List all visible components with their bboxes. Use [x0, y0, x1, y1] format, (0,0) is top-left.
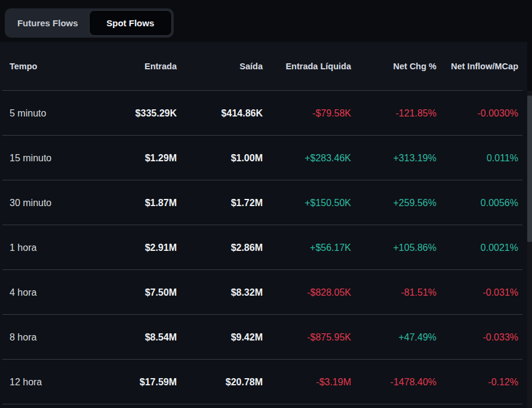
- cell-entrada: $1.87M: [93, 198, 177, 208]
- cell-entrada: $335.29K: [93, 108, 177, 119]
- table-row-12-hora: 12 hora $17.59M $20.78M -$3.19M -1478.40…: [0, 360, 527, 404]
- cell-net-chg: -121.85%: [351, 108, 436, 119]
- spot-flows-table: Tempo Entrada Saída Entrada Líquida Net …: [0, 42, 527, 408]
- cell-net-chg: +105.86%: [351, 243, 436, 253]
- column-header-saida[interactable]: Saída: [177, 62, 263, 71]
- table-row-1-hora: 1 hora $2.91M $2.86M +$56.17K +105.86% 0…: [0, 225, 527, 270]
- cell-tempo: 30 minuto: [10, 198, 93, 208]
- cell-entrada: $2.91M: [93, 243, 177, 253]
- cell-entrada: $1.29M: [93, 153, 177, 164]
- cell-net-chg: -1478.40%: [351, 377, 436, 388]
- column-header-net-chg[interactable]: Net Chg %: [351, 62, 436, 71]
- cell-net-inflow-mcap: -0.0030%: [436, 108, 518, 119]
- table-row-30-minuto: 30 minuto $1.87M $1.72M +$150.50K +259.5…: [0, 180, 527, 225]
- cell-net-chg: +47.49%: [351, 332, 436, 343]
- cell-entrada: $7.50M: [93, 287, 177, 298]
- cell-entrada-liquida: +$56.17K: [263, 243, 351, 253]
- cell-saida: $8.32M: [177, 287, 263, 298]
- cell-entrada: $17.59M: [93, 377, 177, 388]
- cell-entrada: $8.54M: [93, 332, 177, 343]
- cell-saida: $1.00M: [177, 153, 263, 164]
- cell-tempo: 4 hora: [10, 287, 93, 298]
- cell-entrada-liquida: -$79.58K: [263, 108, 351, 119]
- cell-saida: $1.72M: [177, 198, 263, 208]
- cell-saida: $9.42M: [177, 332, 263, 343]
- column-header-entrada[interactable]: Entrada: [93, 62, 177, 71]
- cell-tempo: 5 minuto: [10, 108, 93, 119]
- column-header-entrada-liquida[interactable]: Entrada Líquida: [263, 62, 351, 71]
- table-header-row: Tempo Entrada Saída Entrada Líquida Net …: [0, 42, 527, 91]
- column-header-net-inflow-mcap[interactable]: Net Inflow/MCap: [436, 62, 518, 71]
- cell-net-inflow-mcap: 0.0021%: [436, 243, 518, 253]
- scrollbar-thumb[interactable]: [527, 96, 532, 242]
- cell-net-inflow-mcap: -0.033%: [436, 332, 518, 343]
- tab-spot-flows[interactable]: Spot Flows: [89, 10, 173, 36]
- cell-net-chg: -81.51%: [351, 287, 436, 298]
- cell-net-inflow-mcap: -0.031%: [436, 287, 518, 298]
- flows-tabbar: Futures Flows Spot Flows: [5, 8, 174, 38]
- tab-futures-flows[interactable]: Futures Flows: [7, 10, 89, 36]
- cell-tempo: 1 hora: [10, 243, 93, 253]
- cell-net-chg: +313.19%: [351, 153, 436, 164]
- cell-entrada-liquida: +$283.46K: [263, 153, 351, 164]
- cell-tempo: 8 hora: [10, 332, 93, 343]
- cell-saida: $20.78M: [177, 377, 263, 388]
- scrollbar: [527, 42, 532, 408]
- column-header-tempo[interactable]: Tempo: [10, 62, 93, 71]
- cell-entrada-liquida: -$3.19M: [263, 377, 351, 388]
- table-row-15-minuto: 15 minuto $1.29M $1.00M +$283.46K +313.1…: [0, 136, 527, 180]
- cell-tempo: 15 minuto: [10, 153, 93, 164]
- cell-entrada-liquida: -$875.95K: [263, 332, 351, 343]
- table-row-8-hora: 8 hora $8.54M $9.42M -$875.95K +47.49% -…: [0, 315, 527, 360]
- cell-tempo: 12 hora: [10, 377, 93, 388]
- cell-net-chg: +259.56%: [351, 198, 436, 208]
- cell-net-inflow-mcap: -0.12%: [436, 377, 518, 388]
- cell-saida: $414.86K: [177, 108, 263, 119]
- table-row-4-hora: 4 hora $7.50M $8.32M -$828.05K -81.51% -…: [0, 270, 527, 315]
- cell-net-inflow-mcap: 0.011%: [436, 153, 518, 164]
- cell-net-inflow-mcap: 0.0056%: [436, 198, 518, 208]
- cell-entrada-liquida: -$828.05K: [263, 287, 351, 298]
- cell-entrada-liquida: +$150.50K: [263, 198, 351, 208]
- cell-saida: $2.86M: [177, 243, 263, 253]
- table-row-5-minuto: 5 minuto $335.29K $414.86K -$79.58K -121…: [0, 91, 527, 136]
